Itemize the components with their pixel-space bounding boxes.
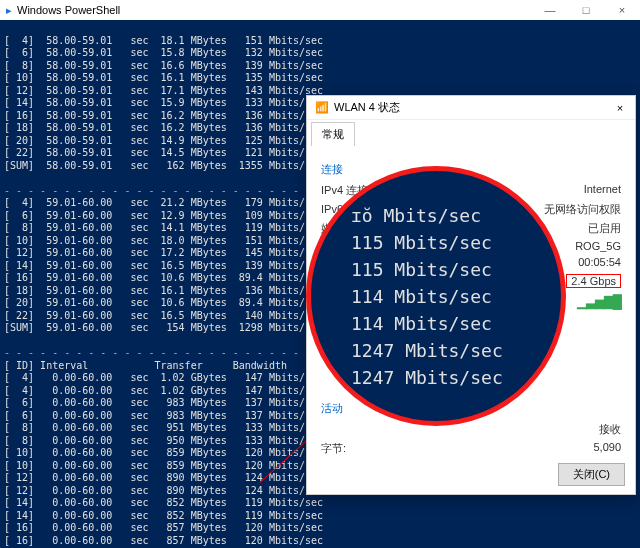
maximize-button[interactable]: □ xyxy=(568,0,604,20)
wlan-title: WLAN 4 状态 xyxy=(334,100,400,115)
zoom-callout: ɪŏ Mbits/sec115 Mbits/sec115 Mbits/sec11… xyxy=(306,166,566,426)
wlan-close-button[interactable]: 关闭(C) xyxy=(558,463,625,486)
wlan-tab-general[interactable]: 常规 xyxy=(311,122,355,146)
signal-icon: 📶 xyxy=(315,101,329,114)
window-titlebar: ▸ Windows PowerShell — □ × xyxy=(0,0,640,20)
wlan-close-icon[interactable]: × xyxy=(605,102,635,114)
window-title: Windows PowerShell xyxy=(17,4,120,16)
close-button[interactable]: × xyxy=(604,0,640,20)
powershell-icon: ▸ xyxy=(6,4,12,17)
wlan-titlebar: 📶 WLAN 4 状态 × xyxy=(307,96,635,120)
wlan-row: 字节:5,090 xyxy=(321,439,621,458)
minimize-button[interactable]: — xyxy=(532,0,568,20)
